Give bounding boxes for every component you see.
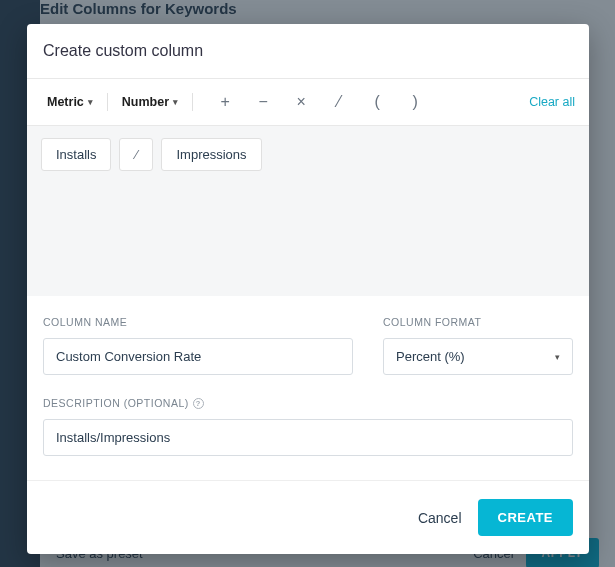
plus-operator[interactable]: +: [215, 92, 235, 112]
times-operator[interactable]: ×: [291, 92, 311, 112]
chevron-down-icon: ▾: [555, 352, 560, 362]
column-name-label: COLUMN NAME: [43, 316, 353, 328]
toolbar-separator: [192, 93, 193, 111]
formula-canvas[interactable]: Installs ⁄ Impressions: [27, 126, 589, 296]
formula-chip-installs[interactable]: Installs: [41, 138, 111, 171]
column-format-value: Percent (%): [396, 349, 465, 364]
modal-footer: Cancel CREATE: [27, 481, 589, 554]
chevron-down-icon: ▾: [88, 97, 93, 107]
number-dropdown[interactable]: Number ▾: [116, 91, 184, 113]
metric-dropdown-label: Metric: [47, 95, 84, 109]
formula-chip-impressions[interactable]: Impressions: [161, 138, 261, 171]
modal-title: Create custom column: [43, 42, 573, 60]
operator-buttons: + − × ⁄ ( ): [215, 92, 425, 112]
divide-operator[interactable]: ⁄: [329, 92, 349, 112]
column-name-input[interactable]: [43, 338, 353, 375]
clear-all-link[interactable]: Clear all: [529, 95, 575, 109]
cancel-button[interactable]: Cancel: [418, 510, 462, 526]
column-name-group: COLUMN NAME: [43, 316, 353, 375]
column-format-label: COLUMN FORMAT: [383, 316, 573, 328]
minus-operator[interactable]: −: [253, 92, 273, 112]
lparen-operator[interactable]: (: [367, 92, 387, 112]
column-format-group: COLUMN FORMAT Percent (%) ▾: [383, 316, 573, 375]
form-area: COLUMN NAME COLUMN FORMAT Percent (%) ▾ …: [27, 296, 589, 481]
info-icon[interactable]: ?: [193, 398, 204, 409]
chevron-down-icon: ▾: [173, 97, 178, 107]
description-label-text: DESCRIPTION (OPTIONAL): [43, 397, 189, 409]
description-label: DESCRIPTION (OPTIONAL) ?: [43, 397, 573, 409]
form-row-top: COLUMN NAME COLUMN FORMAT Percent (%) ▾: [43, 316, 573, 375]
number-dropdown-label: Number: [122, 95, 169, 109]
metric-dropdown[interactable]: Metric ▾: [41, 91, 99, 113]
toolbar-separator: [107, 93, 108, 111]
formula-toolbar: Metric ▾ Number ▾ + − × ⁄ ( ) Clear all: [27, 79, 589, 126]
rparen-operator[interactable]: ): [405, 92, 425, 112]
formula-chip-divide[interactable]: ⁄: [119, 138, 153, 171]
create-column-modal: Create custom column Metric ▾ Number ▾ +…: [27, 24, 589, 554]
column-format-select[interactable]: Percent (%) ▾: [383, 338, 573, 375]
description-group: DESCRIPTION (OPTIONAL) ?: [43, 397, 573, 456]
create-button[interactable]: CREATE: [478, 499, 573, 536]
modal-header: Create custom column: [27, 24, 589, 79]
app-backdrop: Edit Columns for Keywords Save as preset…: [0, 0, 615, 567]
description-input[interactable]: [43, 419, 573, 456]
